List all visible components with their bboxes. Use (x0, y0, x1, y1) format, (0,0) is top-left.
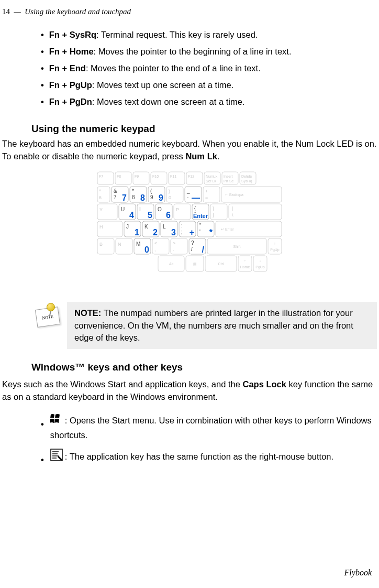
svg-text:U: U (121, 206, 125, 212)
svg-text:_: _ (186, 188, 190, 194)
svg-text:;: ; (181, 229, 183, 235)
svg-text:8: 8 (132, 194, 135, 200)
paragraph-numeric-keypad: The keyboard has an embedded numeric key… (2, 138, 377, 163)
svg-text:↵ Enter: ↵ Enter (221, 227, 234, 231)
svg-text:9: 9 (159, 193, 163, 202)
winlist-item-text: : Opens the Start menu. Use in combinati… (50, 415, 372, 439)
fn-key-desc: : Terminal request. This key is rarely u… (96, 30, 258, 39)
svg-text:Ctrl: Ctrl (218, 262, 224, 266)
svg-text:|: | (232, 206, 233, 211)
svg-text:*: * (209, 228, 213, 237)
svg-text:P: P (176, 207, 179, 212)
para-win-pre: Keys such as the Windows Start and appli… (2, 379, 243, 389)
svg-rect-10 (186, 172, 203, 184)
windows-logo-icon (50, 413, 64, 429)
svg-text:PgUp: PgUp (255, 265, 265, 269)
svg-rect-120 (238, 256, 252, 271)
svg-text:B: B (99, 242, 103, 247)
svg-text::: : (181, 223, 183, 228)
svg-text:): ) (169, 189, 170, 194)
fn-key-desc: : Moves the pointer to the beginning of … (94, 47, 292, 56)
svg-text:O: O (158, 206, 162, 212)
list-item: •Fn + Home: Moves the pointer to the beg… (41, 46, 379, 58)
heading-windows-keys: Windows™ keys and other keys (31, 362, 379, 373)
svg-rect-4 (133, 172, 149, 184)
windows-key-list: • : Opens the Start menu. Use in combina… (41, 413, 379, 467)
svg-text:0: 0 (169, 195, 171, 200)
bullet-dot: • (41, 62, 44, 75)
svg-text:": " (199, 223, 202, 228)
svg-rect-123 (253, 256, 267, 271)
list-item: • : The application key has the same fun… (41, 449, 379, 466)
svg-text:▤: ▤ (193, 262, 197, 266)
chapter-title: Using the keyboard and touchpad (25, 7, 131, 16)
svg-text:↓: ↓ (259, 259, 261, 263)
svg-text:7: 7 (114, 194, 117, 200)
svg-text:+: + (190, 228, 194, 237)
note-block: NOTE NOTE: The numpad numbers are printe… (31, 302, 377, 349)
svg-rect-2 (115, 172, 131, 184)
note-pin-icon: NOTE (31, 302, 67, 349)
para-numeric-bold: Num Lk (185, 151, 217, 161)
fn-key-desc: : Moves the pointer to the end of a line… (86, 63, 261, 73)
svg-text:Prt Sc: Prt Sc (224, 179, 234, 183)
svg-text:Enter: Enter (193, 213, 208, 219)
svg-text:← Backspa: ← Backspa (225, 193, 243, 197)
svg-text:F8: F8 (117, 175, 121, 178)
bullet-dot: • (41, 418, 44, 431)
svg-text:J: J (126, 224, 129, 230)
keyboard-illustration: F7F8F9F10F11F12NumLkScr LkInsertPrt ScDe… (95, 170, 284, 285)
svg-text:?: ? (191, 240, 194, 246)
list-item: •Fn + End: Moves the pointer to the end … (41, 62, 379, 75)
bullet-dot: • (41, 29, 44, 41)
svg-text:&: & (114, 188, 117, 194)
header-separator: — (14, 7, 21, 16)
fn-key-list: •Fn + SysRq: Terminal request. This key … (41, 29, 379, 108)
svg-text:Delete: Delete (241, 175, 252, 178)
svg-text:0: 0 (144, 245, 149, 254)
svg-text:←: ← (243, 259, 247, 263)
svg-rect-0 (97, 172, 114, 184)
fn-key-desc: : Moves text up one screen at a time. (92, 80, 234, 90)
svg-text:↑: ↑ (274, 242, 276, 245)
svg-text:9: 9 (150, 194, 153, 200)
svg-text:>: > (173, 241, 175, 246)
svg-text:-: - (187, 194, 188, 200)
note-text: The numpad numbers are printed larger in… (74, 308, 353, 342)
svg-text:SysRq: SysRq (241, 179, 252, 183)
svg-text:F9: F9 (135, 175, 139, 178)
svg-text:L: L (163, 224, 166, 230)
list-item: • : Opens the Start menu. Use in combina… (41, 413, 379, 442)
svg-text:K: K (144, 224, 148, 230)
svg-text:*: * (132, 188, 134, 194)
heading-numeric-keypad: Using the numeric keypad (31, 123, 379, 135)
svg-text:/: / (202, 245, 205, 254)
svg-text:7: 7 (122, 193, 127, 202)
svg-text:H: H (99, 224, 103, 230)
svg-text:PgUp: PgUp (270, 248, 280, 252)
list-item: •Fn + PgDn: Moves text down one screen a… (41, 96, 379, 108)
fn-key-term: Fn + SysRq (49, 30, 96, 39)
winlist-item-text: : The application key has the same funct… (65, 452, 333, 461)
para-win-bold: Caps Lock (243, 379, 286, 389)
svg-text:Alt: Alt (169, 262, 173, 266)
application-menu-icon (50, 449, 64, 466)
svg-text:': ' (199, 229, 200, 235)
svg-text:6: 6 (99, 195, 102, 200)
page-content: •Fn + SysRq: Terminal request. This key … (0, 29, 379, 466)
note-label: NOTE: (74, 308, 101, 318)
svg-text:1: 1 (135, 228, 139, 237)
svg-text:3: 3 (171, 228, 176, 237)
list-item: •Fn + SysRq: Terminal request. This key … (41, 29, 379, 41)
svg-text:Shift: Shift (233, 245, 240, 248)
svg-text:F11: F11 (170, 175, 176, 178)
fn-key-term: Fn + PgDn (49, 97, 92, 106)
svg-text:I: I (139, 206, 141, 212)
footer-book-title: Flybook (344, 568, 372, 578)
bullet-dot: • (41, 46, 44, 58)
svg-text:2: 2 (153, 228, 158, 237)
svg-text:=: = (205, 195, 208, 200)
svg-text:8: 8 (140, 193, 145, 202)
svg-rect-111 (268, 238, 282, 254)
svg-text:Home: Home (240, 265, 250, 269)
